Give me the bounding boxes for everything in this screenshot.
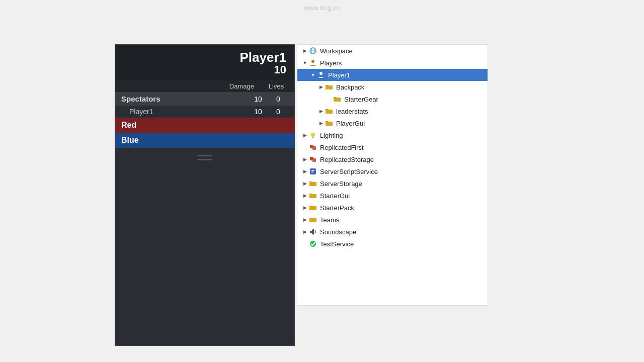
menu-line-2	[197, 159, 212, 160]
icon-teams	[308, 215, 317, 224]
svg-point-18	[310, 241, 316, 247]
tree-item-lighting[interactable]: ▶Lighting	[297, 129, 488, 141]
expand-arrow-serverstorage[interactable]: ▶	[301, 180, 308, 187]
label-starterpack: StarterPack	[320, 204, 354, 212]
tree-item-teams[interactable]: ▶Teams	[297, 214, 488, 226]
label-testservice: TestService	[320, 240, 354, 248]
expand-arrow-serverscriptservice[interactable]: ▶	[301, 168, 308, 175]
svg-point-5	[311, 133, 315, 137]
icon-replicatedstorage	[308, 155, 317, 164]
label-startergear: StarterGear	[344, 96, 378, 103]
player1-damage: 10	[248, 108, 268, 116]
label-playergui: PlayerGui	[336, 120, 365, 127]
label-lighting: Lighting	[320, 132, 343, 139]
expand-arrow-teams[interactable]: ▶	[301, 216, 308, 223]
blue-team-row: Blue	[115, 133, 294, 148]
icon-starterpack	[308, 203, 317, 212]
svg-rect-11	[312, 146, 316, 150]
stats-header: Damage Lives	[115, 80, 294, 92]
tree-item-players[interactable]: ▼Players	[297, 57, 488, 69]
expand-arrow-playergui[interactable]: ▶	[317, 120, 325, 127]
label-serverscriptservice: ServerScriptService	[320, 168, 378, 175]
expand-arrow-startergui[interactable]: ▶	[301, 192, 308, 199]
svg-point-4	[319, 72, 323, 75]
tree-item-player1[interactable]: ▼Player1	[297, 69, 488, 81]
tree-item-soundscape[interactable]: ▶Soundscape	[297, 226, 488, 238]
svg-point-3	[311, 60, 314, 63]
game-panel: Player1 10 Damage Lives Spectators 10 0 …	[115, 44, 295, 346]
blue-team-label: Blue	[121, 136, 139, 144]
icon-replicatedfirst	[308, 143, 317, 152]
expand-arrow-player1[interactable]: ▼	[309, 71, 316, 78]
red-team-row: Red	[115, 118, 294, 133]
spectators-damage: 10	[248, 95, 268, 103]
icon-startergear	[333, 95, 342, 104]
expand-arrow-replicatedstorage[interactable]: ▶	[301, 156, 308, 163]
menu-icon-area	[115, 148, 294, 167]
svg-rect-6	[312, 137, 314, 138]
tree-item-startergui[interactable]: ▶StarterGui	[297, 190, 488, 202]
lives-header: Lives	[266, 82, 286, 90]
tree-item-serverscriptservice[interactable]: ▶ServerScriptService	[297, 165, 488, 177]
tree-item-starterpack[interactable]: ▶StarterPack	[297, 202, 488, 214]
icon-lighting	[308, 131, 317, 140]
player-header: Player1 10	[115, 45, 294, 80]
tree-item-leaderstats[interactable]: ▶leaderstats	[297, 105, 488, 117]
svg-rect-13	[312, 158, 316, 162]
icon-workspace	[308, 46, 317, 55]
label-replicatedstorage: ReplicatedStorage	[320, 156, 374, 163]
icon-player1	[316, 70, 326, 79]
tree-item-testservice[interactable]: TestService	[297, 238, 488, 250]
spectators-row: Spectators 10 0	[115, 92, 294, 106]
expand-arrow-players[interactable]: ▼	[301, 59, 308, 66]
label-soundscape: Soundscape	[320, 228, 356, 236]
explorer-panel: ▶Workspace▼Players▼Player1▶BackpackStart…	[297, 44, 488, 306]
tree-item-replicatedstorage[interactable]: ▶ReplicatedStorage	[297, 153, 488, 165]
red-team-label: Red	[121, 121, 136, 129]
expand-arrow-lighting[interactable]: ▶	[301, 132, 308, 139]
icon-leaderstats	[325, 107, 334, 116]
tree-item-startergear[interactable]: StarterGear	[297, 93, 488, 105]
tree-item-playergui[interactable]: ▶PlayerGui	[297, 117, 488, 129]
damage-header: Damage	[229, 82, 254, 90]
menu-line-1	[197, 155, 212, 156]
icon-backpack	[325, 82, 334, 92]
player1-lives: 0	[268, 108, 288, 116]
expand-arrow-starterpack[interactable]: ▶	[301, 204, 308, 211]
player1-row: Player1 10 0	[115, 106, 294, 118]
svg-line-8	[314, 133, 315, 133]
icon-serverscriptservice	[308, 167, 317, 176]
label-startergui: StarterGui	[320, 192, 350, 200]
label-replicatedfirst: ReplicatedFirst	[320, 144, 364, 151]
icon-testservice	[308, 239, 317, 248]
player1-row-name: Player1	[129, 108, 248, 116]
label-backpack: Backpack	[336, 83, 364, 91]
label-player1: Player1	[328, 71, 350, 79]
tree-item-workspace[interactable]: ▶Workspace	[297, 45, 488, 57]
svg-rect-14	[310, 168, 316, 174]
tree-item-backpack[interactable]: ▶Backpack	[297, 81, 488, 93]
tree-item-replicatedfirst[interactable]: ReplicatedFirst	[297, 141, 488, 153]
icon-players	[308, 58, 317, 67]
expand-arrow-soundscape[interactable]: ▶	[301, 228, 308, 235]
icon-soundscape	[308, 227, 317, 236]
svg-line-9	[311, 133, 311, 133]
spectators-label: Spectators	[121, 95, 248, 103]
menu-lines-icon	[197, 155, 212, 160]
icon-playergui	[325, 119, 334, 128]
label-serverstorage: ServerStorage	[320, 180, 362, 188]
spectators-lives: 0	[268, 95, 288, 103]
icon-startergui	[308, 191, 317, 200]
expand-arrow-leaderstats[interactable]: ▶	[317, 108, 325, 115]
expand-arrow-workspace[interactable]: ▶	[301, 47, 308, 54]
label-workspace: Workspace	[320, 47, 353, 55]
label-teams: Teams	[320, 216, 339, 224]
svg-rect-17	[310, 231, 312, 233]
expand-arrow-backpack[interactable]: ▶	[317, 83, 325, 90]
label-leaderstats: leaderstats	[336, 108, 368, 115]
icon-serverstorage	[308, 179, 317, 188]
label-players: Players	[320, 59, 342, 67]
tree-item-serverstorage[interactable]: ▶ServerStorage	[297, 177, 488, 190]
